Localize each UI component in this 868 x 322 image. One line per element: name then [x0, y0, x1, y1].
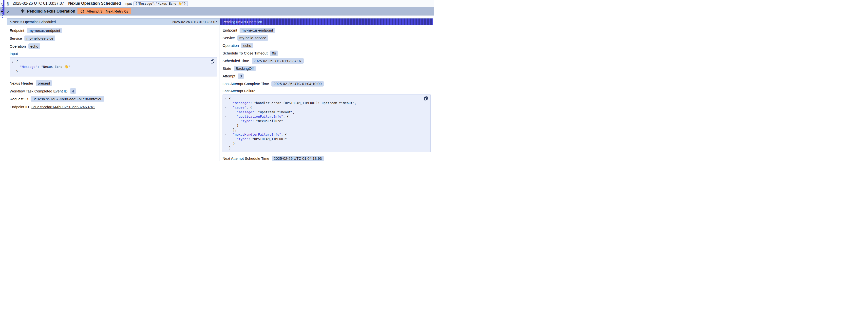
field-value-chip: echo: [241, 43, 253, 48]
field-label: Attempt: [222, 74, 236, 78]
input-preview-chip: {"Message":"Nexus Echo 👋"}: [133, 1, 188, 6]
field-label: Operation: [222, 43, 239, 47]
field-value-link[interactable]: 3c0c75ccfa8144b092c13ce632463761: [31, 105, 95, 109]
field-row-operation: Operationecho: [7, 42, 220, 50]
scheduled-panel-title: 5 Nexus Operation Scheduled: [10, 20, 56, 24]
event-details-container: 5 Nexus Operation Scheduled 2025-02-26 U…: [7, 18, 433, 161]
pending-asterisk-icon: [20, 9, 25, 13]
field-row-nexus-header: Nexus Headerpresent: [7, 79, 220, 87]
pending-operation-panel: Pending Nexus Operation Endpointmy-nexus…: [220, 19, 433, 161]
pending-panel-title: Pending Nexus Operation: [222, 20, 262, 24]
code-line: }: [225, 146, 422, 150]
field-row-service: Servicemy-hello-service: [7, 34, 220, 42]
input-preview-label: Input: [125, 2, 132, 5]
copy-icon[interactable]: [424, 96, 428, 101]
field-value-chip: 4: [70, 88, 76, 94]
code-line: ∨ "cause": {: [225, 105, 422, 110]
code-text: },: [229, 128, 237, 132]
field-label: Endpoint ID: [10, 105, 29, 109]
field-label: Endpoint: [10, 28, 24, 33]
code-text: "applicationFailureInfo": {: [229, 115, 289, 119]
code-text: "Message": "Nexus Echo 👋": [16, 64, 70, 69]
input-json-code: ∨{ "Message": "Nexus Echo 👋"}: [12, 59, 209, 74]
scheduled-event-panel: 5 Nexus Operation Scheduled 2025-02-26 U…: [7, 19, 220, 161]
failure-json-block: ∨{ "message": "handler error (UPSTREAM_T…: [222, 94, 431, 152]
code-gutter: [225, 110, 229, 115]
scheduled-fields-bottom: Nexus HeaderpresentWorkflow Task Complet…: [7, 79, 220, 111]
field-row-next-attempt-schedule-time: Next Attempt Schedule Time2025-02-26 UTC…: [220, 155, 433, 161]
field-value-chip: 2025-02-26 UTC 01:03:37.07: [252, 58, 304, 64]
field-value-chip: 3: [238, 73, 244, 79]
field-label: Workflow Task Completed Event ID: [10, 89, 68, 93]
field-row-scheduled-time: Scheduled Time2025-02-26 UTC 01:03:37.07: [220, 57, 433, 65]
field-row-operation: Operationecho: [220, 42, 433, 49]
field-row-request-id: Request ID3e829b7e-7d67-4b08-aad3-b1e868…: [7, 95, 220, 103]
retry-badge-text: Attempt 3 · Next Retry 0s: [87, 9, 128, 13]
field-value-chip: 3e829b7e-7d67-4b08-aad3-b1e868bfe9e0: [31, 96, 104, 102]
code-gutter: [12, 69, 16, 74]
field-label: Next Attempt Schedule Time: [222, 156, 269, 161]
code-gutter: [12, 64, 16, 69]
field-value-chip: my-hello-service: [237, 35, 268, 41]
code-text: }: [229, 146, 231, 150]
failure-json-code: ∨{ "message": "handler error (UPSTREAM_T…: [225, 96, 422, 150]
field-label: Service: [222, 36, 235, 40]
code-gutter: [225, 101, 229, 105]
field-value-chip: 2025-02-26 UTC 01:04:13.93: [272, 156, 324, 161]
scheduled-fields-top: Endpointmy-nexus-endpointServicemy-hello…: [7, 25, 220, 50]
code-text: }: [229, 123, 239, 128]
code-text: {: [229, 96, 231, 101]
scheduled-panel-header: 5 Nexus Operation Scheduled 2025-02-26 U…: [7, 19, 220, 25]
event-id-link[interactable]: 5: [7, 1, 9, 6]
code-gutter: [225, 128, 229, 132]
code-line: "message": "upstream timeout",: [225, 110, 422, 115]
code-text: }: [229, 141, 235, 146]
timeline-event-dot-filled-icon: [1, 10, 3, 13]
code-gutter: [225, 137, 229, 141]
code-line: "Message": "Nexus Echo 👋": [12, 64, 209, 69]
collapse-chevron-icon[interactable]: ∨: [225, 105, 229, 110]
code-line: "type": "NexusFailure": [225, 119, 422, 123]
field-value-chip: 2025-02-26 UTC 01:04:10.09: [271, 81, 323, 87]
code-line: "type": "UPSTREAM_TIMEOUT": [225, 137, 422, 141]
field-row-attempt: Attempt3: [220, 72, 433, 80]
code-text: "message": "handler error (UPSTREAM_TIME…: [229, 101, 356, 105]
field-label: Request ID: [10, 97, 28, 101]
event-id-link[interactable]: 5: [7, 9, 9, 13]
code-line: "message": "handler error (UPSTREAM_TIME…: [225, 101, 422, 105]
code-line: },: [225, 128, 422, 132]
field-row-service: Servicemy-hello-service: [220, 34, 433, 42]
collapse-chevron-icon[interactable]: ∨: [225, 115, 229, 119]
event-title: Nexus Operation Scheduled: [68, 1, 121, 6]
field-label: Endpoint: [222, 28, 237, 32]
copy-icon[interactable]: [211, 59, 214, 64]
field-row-last-attempt-complete-time: Last Attempt Complete Time2025-02-26 UTC…: [220, 80, 433, 88]
code-line: ∨{: [12, 59, 209, 64]
code-line: }: [225, 123, 422, 128]
code-line: }: [225, 141, 422, 146]
code-gutter: [225, 123, 229, 128]
field-row-schedule-to-close-timeout: Schedule To Close Timeout0s: [220, 49, 433, 57]
code-text: "message": "upstream timeout",: [229, 110, 294, 115]
code-text: "cause": {: [229, 105, 252, 110]
field-value-chip: my-nexus-endpoint: [27, 28, 62, 33]
collapse-chevron-icon[interactable]: ∨: [12, 59, 16, 64]
event-row-nexus-operation-scheduled[interactable]: 5 2025-02-26 UTC 01:03:37.07 Nexus Opera…: [0, 0, 434, 7]
field-value-chip: echo: [28, 43, 40, 49]
collapse-chevron-icon[interactable]: ∨: [225, 96, 229, 101]
retry-attempt-badge: Attempt 3 · Next Retry 0s: [78, 8, 131, 14]
input-section-label: Input: [7, 50, 220, 57]
field-value-chip: BackingOff: [234, 66, 256, 71]
pending-fields-bottom: Next Attempt Schedule Time2025-02-26 UTC…: [220, 155, 433, 161]
field-label: Operation: [10, 44, 26, 48]
field-value-chip: my-hello-service: [24, 35, 55, 41]
code-text: "nexusHandlerFailureInfo": {: [229, 132, 287, 137]
collapse-chevron-icon[interactable]: ∨: [225, 132, 229, 137]
field-row-endpoint: Endpointmy-nexus-endpoint: [7, 26, 220, 34]
scheduled-panel-timestamp: 2025-02-26 UTC 01:03:37.07: [172, 20, 217, 24]
code-gutter: [225, 146, 229, 150]
field-label: Schedule To Close Timeout: [222, 51, 268, 55]
code-gutter: [225, 119, 229, 123]
pending-panel-header: Pending Nexus Operation: [220, 19, 433, 25]
event-row-pending-nexus-operation[interactable]: 5 Pending Nexus Operation Attempt 3 · Ne…: [0, 7, 434, 15]
